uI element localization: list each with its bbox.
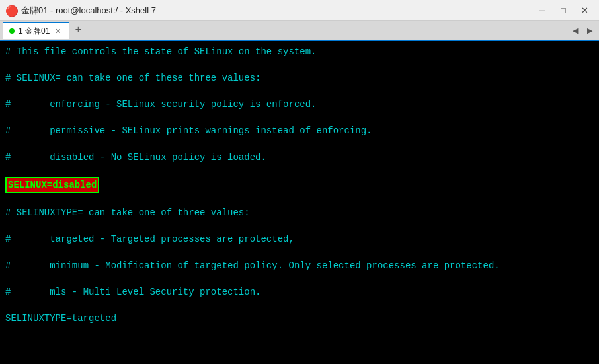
tab-bar: 1 金牌01 ✕ + ◀ ▶ — [0, 21, 599, 41]
close-button[interactable]: ✕ — [575, 3, 594, 18]
terminal-line: # mls - Multi Level Security protection. — [5, 285, 594, 299]
terminal-line: SELINUXTYPE=targeted — [5, 312, 594, 325]
terminal-line: # This file controls the state of SELinu… — [5, 45, 594, 58]
tab-label: 1 金牌01 — [19, 26, 50, 37]
terminal-line: # minimum - Modification of targeted pol… — [5, 259, 594, 272]
title-bar: 🔴 金牌01 - root@localhost:/ - Xshell 7 ─ □… — [0, 0, 599, 21]
terminal-line: # SELINUXTYPE= can take one of three val… — [5, 206, 594, 219]
terminal-line: # enforcing - SELinux security policy is… — [5, 98, 594, 111]
tab-close-button[interactable]: ✕ — [54, 26, 62, 36]
window-controls: ─ □ ✕ — [533, 3, 594, 18]
title-bar-left: 🔴 金牌01 - root@localhost:/ - Xshell 7 — [5, 5, 156, 17]
new-tab-button[interactable]: + — [70, 22, 86, 38]
maximize-button[interactable]: □ — [554, 3, 573, 18]
terminal-line: # disabled - No SELinux policy is loaded… — [5, 151, 594, 164]
terminal-line — [5, 338, 594, 351]
window-title: 金牌01 - root@localhost:/ - Xshell 7 — [21, 5, 156, 17]
terminal-line: # SELINUX= can take one of these three v… — [5, 71, 594, 85]
tab-nav-right[interactable]: ▶ — [583, 24, 596, 37]
terminal-area[interactable]: # This file controls the state of SELinu… — [0, 41, 599, 364]
tab-nav: ◀ ▶ — [569, 24, 596, 37]
active-tab[interactable]: 1 金牌01 ✕ — [3, 22, 69, 39]
tab-nav-left[interactable]: ◀ — [569, 24, 582, 37]
minimize-button[interactable]: ─ — [533, 3, 551, 18]
terminal-line: # permissive - SELinux prints warnings i… — [5, 124, 594, 137]
tab-status-dot — [9, 28, 15, 34]
terminal-line: SELINUX=disabled — [5, 177, 594, 193]
app-icon: 🔴 — [5, 5, 17, 17]
terminal-line: # targeted - Targeted processes are prot… — [5, 233, 594, 246]
